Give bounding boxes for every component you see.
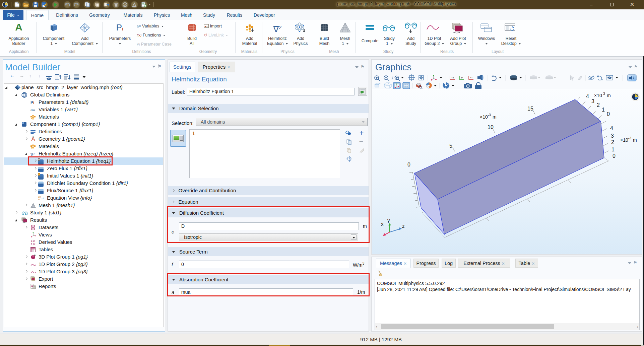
svg-text:m: m [607, 93, 611, 98]
svg-text:e-12: e-12 [31, 243, 35, 245]
svg-text:m: m [493, 114, 497, 120]
svg-text:0: 0 [613, 153, 616, 159]
svg-text:10: 10 [488, 124, 494, 130]
svg-text:xy: xy [451, 76, 454, 79]
svg-text:-3: -3 [628, 136, 631, 140]
svg-text:8.85: 8.85 [31, 240, 35, 243]
svg-text:15: 15 [527, 106, 533, 112]
svg-text:0: 0 [407, 162, 410, 167]
svg-text:e: e [34, 226, 35, 228]
svg-text:xz: xz [470, 76, 473, 79]
svg-text:∂t: ∂t [38, 198, 40, 201]
svg-text:3: 3 [591, 98, 594, 104]
svg-text:×10: ×10 [480, 114, 488, 120]
svg-text:y: y [387, 217, 390, 223]
svg-text:z: z [402, 223, 405, 229]
svg-text:3: 3 [611, 133, 614, 139]
svg-text:-3: -3 [602, 92, 605, 95]
svg-text:=f: =f [41, 197, 44, 200]
svg-text:4: 4 [586, 93, 589, 99]
svg-text:2: 2 [597, 102, 600, 108]
svg-text:×10: ×10 [620, 137, 628, 143]
svg-text:2: 2 [611, 139, 614, 145]
svg-text:yz: yz [461, 76, 463, 79]
svg-text:5: 5 [449, 143, 452, 149]
svg-text:×10: ×10 [594, 93, 602, 98]
svg-text:m: m [633, 137, 637, 143]
svg-text:1: 1 [602, 107, 605, 113]
svg-text:1: 1 [611, 147, 615, 152]
svg-text:0: 0 [607, 111, 610, 117]
svg-text:4: 4 [610, 125, 613, 131]
svg-text:-3: -3 [488, 113, 491, 117]
svg-text:x: x [381, 221, 384, 227]
svg-text:∂u: ∂u [38, 196, 41, 198]
